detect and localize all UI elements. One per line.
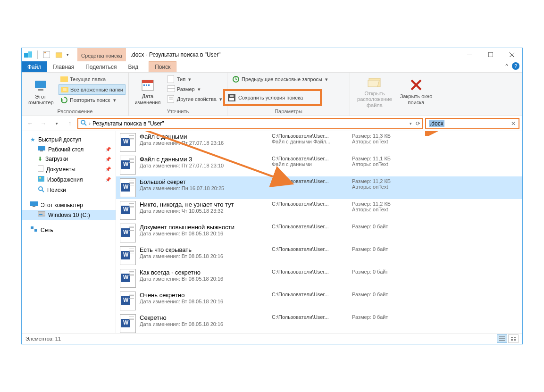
tab-view[interactable]: Вид [122, 61, 144, 72]
file-size: Размер: 0 байт [352, 269, 418, 275]
file-size: Размер: 0 байт [352, 246, 418, 252]
tab-search[interactable]: Поиск [149, 61, 176, 72]
current-folder-button[interactable]: Текущая папка [59, 75, 126, 84]
this-pc-label: Этот компьютер [25, 94, 57, 105]
icons-view-button[interactable] [508, 334, 519, 343]
file-row[interactable]: Есть что скрывать Дата изменения: Вт 08.… [116, 244, 522, 267]
refresh-icon[interactable]: ⟳ [416, 120, 420, 127]
sidebar-this-pc[interactable]: Этот компьютер [22, 200, 116, 210]
this-pc-button[interactable]: Этот компьютер [25, 75, 57, 108]
other-props-button[interactable]: Другие свойства▾ [166, 94, 224, 104]
svg-rect-9 [35, 81, 46, 88]
file-name: Как всегда - секретно [140, 269, 272, 276]
forward-button[interactable]: → [38, 118, 49, 129]
file-row[interactable]: Секретно Дата изменения: Вт 08.05.18 20:… [116, 312, 522, 333]
word-doc-icon [120, 246, 136, 265]
file-path: C:\Пользователи\User... [272, 178, 352, 184]
file-name: Есть что скрывать [140, 246, 272, 253]
titlebar: ▾ Средства поиска .docx - Результаты пои… [22, 48, 522, 61]
recent-button[interactable]: ▾ [51, 118, 62, 129]
file-row[interactable]: Очень секретно Дата изменения: Вт 08.05.… [116, 290, 522, 312]
up-button[interactable]: ↑ [64, 118, 75, 129]
open-location-button[interactable]: Открыть расположение файла [353, 75, 396, 108]
network-icon [30, 226, 38, 234]
word-doc-icon [120, 292, 136, 310]
save-search-label[interactable]: Сохранить условия поиска [238, 95, 303, 100]
pin-icon: 📌 [105, 147, 111, 152]
svg-rect-6 [488, 52, 493, 57]
tab-home[interactable]: Главная [47, 61, 80, 72]
file-path: C:\Пользователи\User... [272, 201, 352, 207]
save-icon [228, 94, 235, 101]
sidebar-network[interactable]: Сеть [22, 225, 116, 235]
location-group-label: Расположение [25, 108, 126, 115]
minimize-button[interactable] [459, 48, 480, 61]
file-name: Большой секрет [140, 178, 272, 185]
maximize-button[interactable] [480, 48, 501, 61]
pin-icon: 📌 [105, 167, 111, 172]
svg-point-38 [39, 177, 41, 179]
search-again-button[interactable]: Повторить поиск▾ [59, 95, 126, 105]
file-path-sub: Файл с данными [272, 161, 352, 167]
file-authors: Авторы: onText [352, 161, 418, 167]
recent-searches-button[interactable]: Предыдущие поисковые запросы▾ [230, 75, 347, 84]
word-doc-icon [120, 178, 136, 197]
tab-file[interactable]: Файл [22, 61, 47, 72]
file-name: Файл с данными [140, 133, 272, 140]
sidebar-quick-access[interactable]: ★Быстрый доступ [22, 135, 116, 144]
help-icon[interactable]: ? [512, 62, 519, 70]
clear-search-icon[interactable]: ✕ [511, 120, 516, 127]
breadcrumb[interactable]: › Результаты поиска в "User" ⟳ ▾ [77, 118, 423, 129]
explorer-icon [24, 50, 33, 59]
back-button[interactable]: ← [25, 118, 36, 129]
file-size: Размер: 0 байт [352, 224, 418, 229]
svg-rect-41 [30, 201, 38, 206]
tab-share[interactable]: Поделиться [80, 61, 122, 72]
file-row[interactable]: Большой секрет Дата изменения: Пн 16.07.… [116, 176, 522, 199]
svg-rect-44 [39, 214, 42, 215]
all-subfolders-button[interactable]: Все вложенные папки [59, 84, 126, 95]
results-list: Файл с данными Дата изменения: Пт 27.07.… [116, 131, 522, 333]
downloads-icon: ⬇ [38, 156, 42, 162]
svg-line-33 [84, 124, 86, 125]
close-search-button[interactable]: Закрыть окно поиска [398, 75, 434, 108]
sidebar-downloads[interactable]: ⬇Загрузки📌 [22, 154, 116, 164]
search-input[interactable]: .docx ✕ [425, 118, 519, 129]
svg-rect-36 [38, 165, 43, 172]
svg-line-47 [32, 229, 36, 229]
file-row[interactable]: Файл с данными Дата изменения: Пт 27.07.… [116, 131, 522, 154]
sidebar-searches[interactable]: Поиски [22, 184, 116, 195]
date-modified-label: Дата изменения [132, 93, 164, 105]
pictures-icon [38, 176, 44, 183]
collapse-ribbon-icon[interactable]: ^ [505, 63, 508, 69]
sidebar-pictures[interactable]: Изображения📌 [22, 175, 116, 184]
file-date: Дата изменения: Вт 08.05.18 20:16 [140, 276, 272, 282]
qat-dropdown-icon[interactable]: ▾ [67, 52, 69, 57]
svg-rect-27 [229, 98, 234, 100]
sidebar-documents[interactable]: Документы📌 [22, 164, 116, 175]
file-row[interactable]: Никто, никогда, не узнает что тут Дата и… [116, 199, 522, 222]
details-view-button[interactable] [497, 334, 507, 343]
file-date: Дата изменения: Пн 16.07.18 20:25 [140, 185, 272, 191]
history-dropdown-icon[interactable]: ▾ [410, 121, 412, 126]
pin-icon: 📌 [105, 177, 111, 182]
properties-icon[interactable] [42, 50, 51, 59]
file-date: Дата изменения: Чт 10.05.18 23:32 [140, 208, 272, 214]
file-size: Размер: 0 байт [352, 292, 418, 297]
svg-rect-35 [40, 150, 43, 151]
sidebar-drive-c[interactable]: Windows 10 (C:) [22, 210, 116, 220]
date-modified-button[interactable]: Дата изменения [132, 75, 164, 108]
new-folder-icon[interactable] [54, 50, 64, 59]
file-row[interactable]: Файл с данными 3 Дата изменения: Пт 27.0… [116, 154, 522, 176]
file-path: C:\Пользователи\User... [272, 269, 352, 275]
close-button[interactable] [501, 48, 522, 61]
file-row[interactable]: Документ повышенной выжности Дата измене… [116, 222, 522, 244]
sidebar-desktop[interactable]: Рабочий стол📌 [22, 144, 116, 154]
search-results-icon [80, 119, 87, 127]
desktop-icon [38, 146, 45, 153]
type-button[interactable]: Тип▾ [166, 75, 224, 84]
size-button[interactable]: Размер▾ [166, 84, 224, 94]
file-row[interactable]: Как всегда - секретно Дата изменения: Вт… [116, 267, 522, 290]
nav-pane: ★Быстрый доступ Рабочий стол📌 ⬇Загрузки📌… [22, 131, 116, 333]
svg-rect-42 [33, 206, 35, 207]
